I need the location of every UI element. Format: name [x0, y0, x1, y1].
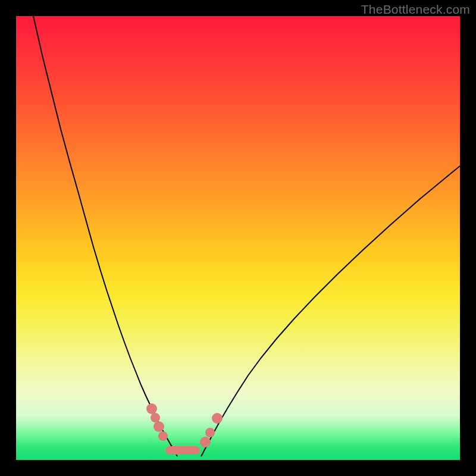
watermark-text: TheBottleneck.com: [361, 2, 470, 17]
chart-plot-area: [16, 16, 460, 460]
marker-dot: [151, 413, 160, 422]
marker-dot: [146, 403, 157, 414]
chart-outer-frame: TheBottleneck.com: [0, 0, 476, 476]
marker-dot: [154, 421, 164, 432]
marker-group: [146, 403, 223, 450]
chart-svg: [16, 16, 460, 460]
curve-right: [201, 166, 460, 456]
curve-left: [33, 16, 177, 456]
marker-dot: [212, 413, 223, 424]
marker-dot: [158, 431, 168, 441]
marker-dot: [200, 437, 211, 447]
marker-dot: [205, 428, 215, 437]
